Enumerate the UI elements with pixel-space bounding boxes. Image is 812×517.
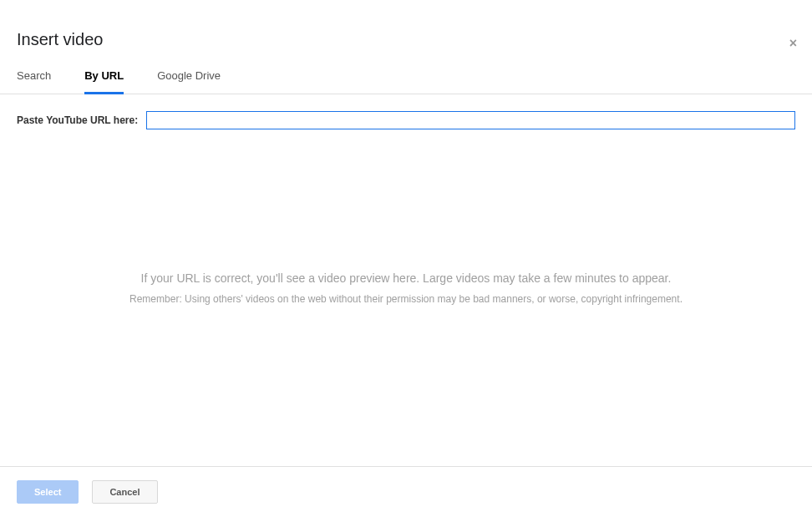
dialog-content: Paste YouTube URL here: If your URL is c… — [0, 94, 812, 466]
close-icon[interactable]: × — [789, 37, 797, 50]
video-preview-placeholder: If your URL is correct, you'll see a vid… — [17, 271, 795, 305]
tab-google-drive[interactable]: Google Drive — [157, 69, 221, 94]
youtube-url-input[interactable] — [146, 111, 795, 129]
url-input-label: Paste YouTube URL here: — [17, 114, 138, 126]
copyright-disclaimer: Remember: Using others' videos on the we… — [17, 293, 795, 305]
select-button[interactable]: Select — [17, 480, 79, 504]
cancel-button[interactable]: Cancel — [92, 480, 157, 504]
dialog-title: Insert video — [17, 30, 795, 49]
url-input-row: Paste YouTube URL here: — [17, 111, 795, 129]
dialog-footer: Select Cancel — [0, 466, 812, 517]
tab-search[interactable]: Search — [17, 69, 51, 94]
dialog-header: Insert video × — [0, 0, 812, 69]
insert-video-dialog: Insert video × Search By URL Google Driv… — [0, 0, 812, 517]
tab-by-url[interactable]: By URL — [84, 69, 124, 94]
preview-hint-text: If your URL is correct, you'll see a vid… — [17, 271, 795, 285]
tab-bar: Search By URL Google Drive — [0, 69, 812, 94]
